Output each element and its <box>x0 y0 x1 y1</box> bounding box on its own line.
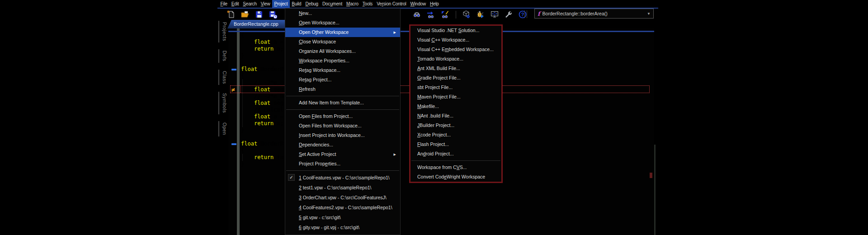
code-text-segment: a; <box>274 46 283 52</box>
project-menu-item-refresh[interactable]: Refresh <box>285 85 400 94</box>
workspace-submenu-item-android-project[interactable]: Android Project... <box>410 149 501 159</box>
menubar-item-view[interactable]: View <box>259 0 272 8</box>
workspace-submenu-item-visual-c-embedded-workspace[interactable]: Visual C++ Embedded Workspace... <box>410 45 501 54</box>
debug-bug-icon[interactable] <box>476 10 486 19</box>
code-line: { <box>241 147 283 154</box>
project-menu-item-6-gity-vpw-git-vpj-c-src-git[interactable]: 6 gity.vpw - git.vpj - c:\src\git\ <box>285 222 400 232</box>
project-menu-item-7-python-vpw-c-src-python[interactable]: 7 Python.vpw - c:\src\Python\ <box>285 232 400 235</box>
workspace-submenu-item-workspace-from-cvs[interactable]: Workspace from CVS... <box>410 163 501 172</box>
project-menu-item-workspace-properties[interactable]: Workspace Properties... <box>285 56 400 66</box>
menu-item-label: 1 CoolFeatures.vpw - C:\src\sampleRepo1\ <box>299 175 390 180</box>
workspace-submenu-item-xcode-project[interactable]: Xcode Project... <box>410 130 501 140</box>
code-text-segment: a; <box>274 120 283 127</box>
open-file-icon[interactable] <box>241 10 250 19</box>
workspace-submenu-item-visual-c-workspace[interactable]: Visual C++ Workspace... <box>410 35 501 45</box>
toolbar-gripper[interactable] <box>524 10 527 18</box>
menubar-item-debug[interactable]: Debug <box>303 0 320 8</box>
menubar-item-macro[interactable]: Macro <box>344 0 360 8</box>
project-menu-separator <box>286 109 399 110</box>
open-other-workspace-submenu: Visual Studio .NET Solution...Visual C++… <box>409 24 503 183</box>
gutter-divider <box>237 28 240 235</box>
tab-borderrectangle-cpp[interactable]: BorderRectangle.cpp <box>227 20 285 28</box>
sidebar-tab-open[interactable]: Open <box>218 121 228 136</box>
project-menu-item-project-properties[interactable]: Project Properties... <box>285 159 400 169</box>
fullscreen-icon[interactable] <box>490 10 500 19</box>
code-keyword: float <box>254 39 270 45</box>
menubar-item-build[interactable]: Build <box>290 0 303 8</box>
project-menu-item-dependencies[interactable]: Dependencies... <box>285 140 400 150</box>
project-menu-item-2-test1-vpw-c-src-samplerepo1[interactable]: 2 test1.vpw - C:\src\sampleRepo1\ <box>285 183 400 193</box>
project-menu-item-4-coolfeatures2-vpw-c-src-samplerepo1[interactable]: 4 CoolFeatures2.vpw - C:\src\sampleRepo1… <box>285 202 400 212</box>
menu-item-label: Project Properties... <box>299 161 340 166</box>
workspace-submenu-item-makefile[interactable]: Makefile... <box>410 102 501 111</box>
project-menu-item-new[interactable]: New... <box>285 9 400 18</box>
project-menu-item-open-files-from-project[interactable]: Open Files from Project... <box>285 112 400 121</box>
code-text-segment <box>241 46 254 52</box>
find-in-files-icon[interactable] <box>440 10 450 19</box>
code-text: { float a = return a;}float BorderR{ // … <box>241 32 283 168</box>
sidebar-tab-projects[interactable]: Projects <box>218 21 228 42</box>
menubar-item-tools[interactable]: Tools <box>360 0 374 8</box>
code-line <box>241 59 283 66</box>
project-menu-item-open-files-from-workspace[interactable]: Open Files from Workspace... <box>285 121 400 131</box>
workspace-submenu-item-tornado-workspace[interactable]: Tornado Workspace... <box>410 54 501 64</box>
function-combobox-value: BorderRectangle::borderArea() <box>542 11 644 16</box>
workspace-submenu-item-convert-codewright-workspace[interactable]: Convert CodeWright Workspace <box>410 172 501 182</box>
menubar-item-version-control[interactable]: Version Control <box>375 0 408 8</box>
menubar-item-window[interactable]: Window <box>408 0 428 8</box>
workspace-submenu-item-ant-xml-build-file[interactable]: Ant XML Build File... <box>410 64 501 73</box>
workspace-submenu-item-visual-studio-net-solution[interactable]: Visual Studio .NET Solution... <box>410 26 501 35</box>
code-line: } <box>241 161 283 168</box>
save-all-icon[interactable] <box>269 10 278 19</box>
chevron-down-icon[interactable]: ▼ <box>644 12 653 16</box>
menubar-item-help[interactable]: Help <box>428 0 441 8</box>
workspace-submenu-item-maven-project-file[interactable]: Maven Project File... <box>410 92 501 102</box>
code-line: float a = <box>241 39 283 46</box>
project-menu-item-3-orderchart-vpw-c-src-coolfeaturesj[interactable]: 3 OrderChart.vpw - C:\src\CoolFeaturesJ\ <box>285 193 400 202</box>
sidebar-tab-defs[interactable]: Defs <box>218 49 228 63</box>
menu-item-label: Add New Item from Template... <box>299 100 364 105</box>
save-icon[interactable] <box>255 10 264 19</box>
options-wrench-icon[interactable] <box>504 10 514 19</box>
find-icon[interactable] <box>412 10 422 19</box>
menubar-item-file[interactable]: File <box>218 0 229 8</box>
menubar-item-search[interactable]: Search <box>241 0 259 8</box>
sidebar-tab-symbols[interactable]: Symbols <box>218 92 228 114</box>
project-menu-item-1-coolfeatures-vpw-c-src-samplerepo1[interactable]: ✓1 CoolFeatures.vpw - C:\src\sampleRepo1… <box>285 173 400 183</box>
project-menu-item-add-new-item-from-template[interactable]: Add New Item from Template... <box>285 98 400 108</box>
sidebar-tab-class[interactable]: Class <box>218 70 228 85</box>
project-menu-item-retag-workspace[interactable]: Retag Workspace... <box>285 66 400 75</box>
project-menu-item-retag-project[interactable]: Retag Project... <box>285 75 400 85</box>
project-menu-item-close-workspace[interactable]: Close Workspace <box>285 37 400 47</box>
code-comment: // -2*m_B <box>254 93 283 99</box>
function-icon: f <box>535 10 542 17</box>
project-menu-item-5-git-vpw-c-src-git[interactable]: 5 git.vpw - c:\src\git\ <box>285 212 400 222</box>
menu-item-label: Tornado Workspace... <box>417 56 463 61</box>
build-cube-icon[interactable] <box>462 10 472 19</box>
workspace-submenu-item-jbuilder-project[interactable]: JBuilder Project... <box>410 121 501 130</box>
workspace-submenu-item-flash-project[interactable]: Flash Project... <box>410 140 501 149</box>
menubar-item-document[interactable]: Document <box>320 0 344 8</box>
function-combobox[interactable]: f BorderRectangle::borderArea() ▼ <box>534 9 654 19</box>
fold-collapse-icon[interactable] <box>231 69 236 70</box>
project-menu-item-set-active-project[interactable]: Set Active Project▶ <box>285 150 400 159</box>
code-comment: // Calcul <box>254 107 283 113</box>
code-keyword: float <box>254 100 270 106</box>
project-menu-item-open-other-workspace[interactable]: Open Other Workspace▶ <box>285 28 400 37</box>
workspace-submenu-item-gradle-project-file[interactable]: Gradle Project File... <box>410 73 501 83</box>
project-menu-item-organize-all-workspaces[interactable]: Organize All Workspaces... <box>285 47 400 56</box>
fold-collapse-icon[interactable] <box>231 143 236 145</box>
code-keyword: return <box>254 154 274 160</box>
scrollbar-change-marker <box>650 173 652 178</box>
scrollbar-track[interactable] <box>654 145 656 235</box>
project-menu-item-insert-project-into-workspace[interactable]: Insert Project into Workspace... <box>285 131 400 140</box>
find-next-icon[interactable] <box>426 10 436 19</box>
menubar-item-project[interactable]: Project <box>272 0 290 8</box>
code-text-segment: } <box>241 161 244 167</box>
new-file-icon[interactable] <box>226 10 236 19</box>
menu-item-label: Ant XML Build File... <box>417 66 460 71</box>
project-menu-item-open-workspace[interactable]: Open Workspace... <box>285 18 400 28</box>
menubar-item-edit[interactable]: Edit <box>229 0 241 8</box>
workspace-submenu-item-nant-build-file[interactable]: NAnt .build File... <box>410 111 501 121</box>
workspace-submenu-item-sbt-project-file[interactable]: sbt Project File... <box>410 83 501 92</box>
